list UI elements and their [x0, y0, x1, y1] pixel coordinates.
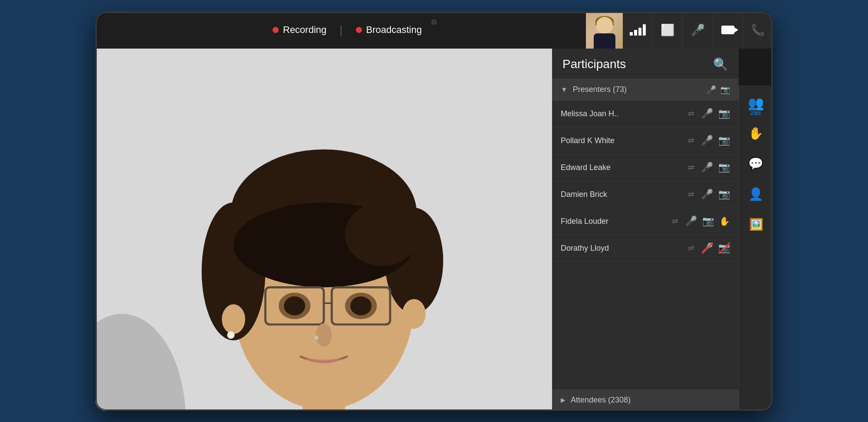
cam-icon[interactable]: 📷: [718, 189, 730, 200]
participant-row: Melissa Joan H.. ⇌ 🎤 📷: [552, 101, 739, 128]
participant-name: Edward Leake: [561, 163, 688, 172]
participant-name: Damien Brick: [561, 190, 688, 199]
microphone-button[interactable]: 🎤: [683, 12, 713, 49]
svg-point-17: [316, 323, 332, 347]
status-divider: |: [339, 23, 342, 37]
avatar-head: [596, 17, 613, 33]
svg-point-9: [345, 202, 419, 266]
pin-icon: ⇌: [672, 216, 678, 226]
attendees-chevron-icon: ▶: [561, 396, 566, 403]
mic-muted-icon[interactable]: 🎤: [701, 108, 713, 119]
attendees-section-header[interactable]: ▶ Attendees (2308): [552, 389, 739, 411]
cam-icon[interactable]: 📷: [718, 162, 730, 173]
end-call-button[interactable]: 📞: [743, 12, 773, 49]
top-bar: Recording | Broadcasting: [95, 12, 773, 49]
pin-icon: ⇌: [688, 136, 694, 145]
qa-icon: 👤: [748, 187, 763, 201]
main-content: Participants 🔍 ▼ Presenters (73) 🎤 📷 Mel…: [95, 49, 773, 411]
presenters-label: Presenters (73): [573, 85, 627, 94]
end-call-icon: 📞: [751, 23, 765, 37]
section-mic-icon: 🎤: [707, 85, 716, 95]
svg-point-15: [350, 296, 372, 315]
raise-hand-icon: ✋: [748, 126, 763, 141]
qa-button[interactable]: 👤: [743, 181, 769, 208]
cam-muted-icon[interactable]: 📷: [718, 108, 730, 119]
recording-label: Recording: [283, 24, 326, 36]
search-button[interactable]: 🔍: [713, 57, 728, 72]
video-area: [95, 49, 552, 411]
presenter-avatar[interactable]: [586, 12, 623, 49]
signal-button[interactable]: [623, 12, 653, 49]
cam-icon[interactable]: 📷: [718, 135, 730, 146]
pin-icon: ⇌: [688, 109, 694, 118]
bar-4: [643, 24, 646, 36]
participant-row: Fidela Louder ⇌ 🎤 📷 ✋: [552, 208, 739, 235]
microphone-icon: 🎤: [691, 23, 705, 37]
participant-icons: 🎤 📷: [701, 108, 730, 119]
media-button[interactable]: 🖼️: [743, 211, 769, 238]
pin-icon: ⇌: [688, 243, 694, 253]
participant-icons: 🎤 📷: [701, 189, 730, 200]
device-frame: Recording | Broadcasting: [95, 12, 773, 411]
toolbar-icons: ⬜ 🎤 📞: [586, 12, 773, 49]
pin-icon: ⇌: [688, 163, 694, 172]
participant-row: Pollard K White ⇌ 🎤 📷: [552, 128, 739, 154]
recording-status: Recording: [273, 24, 326, 36]
svg-point-20: [227, 331, 234, 338]
section-cam-icon: 📷: [720, 85, 730, 95]
svg-point-12: [284, 296, 305, 315]
chat-icon: 💬: [748, 157, 763, 171]
raise-hand-button[interactable]: ✋: [743, 120, 769, 147]
bar-2: [634, 30, 637, 36]
mic-icon[interactable]: 🎤: [701, 162, 713, 173]
pin-icon: ⇌: [688, 190, 694, 199]
cam-muted-icon[interactable]: 📷: [718, 242, 730, 254]
participant-icons: 🎤 📷: [701, 135, 730, 146]
mic-icon[interactable]: 🎤: [701, 189, 713, 200]
participant-icons: 🎤 📷: [701, 242, 730, 254]
participants-icon: 👥: [748, 95, 764, 111]
participant-name: Dorathy Lloyd: [561, 244, 688, 253]
participants-count-button[interactable]: 👥 2381: [743, 90, 769, 117]
raised-hand-icon: ✋: [719, 216, 730, 226]
participant-name: Melissa Joan H..: [561, 109, 688, 118]
participant-count-badge: 2381: [750, 111, 761, 116]
presenters-chevron-icon: ▼: [561, 86, 568, 94]
video-person-svg: [95, 49, 552, 411]
section-header-icons: 🎤 📷: [707, 85, 730, 95]
broadcasting-status: Broadcasting: [356, 24, 422, 36]
participant-icons: 🎤 📷: [701, 162, 730, 173]
svg-point-18: [314, 335, 319, 340]
camera-dot: [431, 20, 437, 25]
avatar-body: [594, 33, 615, 49]
attendees-label: Attendees (2308): [571, 396, 631, 405]
screen-share-button[interactable]: ⬜: [653, 12, 683, 49]
participants-header: Participants 🔍: [552, 49, 739, 79]
mic-icon[interactable]: 🎤: [701, 135, 713, 146]
presenters-section-header[interactable]: ▼ Presenters (73) 🎤 📷: [552, 79, 739, 101]
participant-name: Fidela Louder: [561, 217, 672, 226]
camera-button[interactable]: [713, 12, 743, 49]
participant-row: Damien Brick ⇌ 🎤 📷: [552, 181, 739, 208]
broadcasting-label: Broadcasting: [366, 24, 422, 36]
screen-share-icon: ⬜: [661, 23, 674, 37]
media-icon: 🖼️: [749, 218, 763, 231]
participant-row: Dorathy Lloyd ⇌ 🎤 📷: [552, 235, 739, 262]
svg-point-19: [222, 304, 245, 334]
participant-icons: 🎤 📷 ✋: [685, 216, 730, 227]
cam-icon[interactable]: 📷: [702, 216, 714, 227]
camera-icon: [721, 26, 734, 34]
bar-1: [630, 32, 633, 36]
mic-icon[interactable]: 🎤: [685, 216, 697, 227]
participant-row: Edward Leake ⇌ 🎤 📷: [552, 154, 739, 181]
broadcasting-dot: [356, 27, 362, 33]
svg-point-21: [402, 299, 426, 329]
signal-bars-icon: [630, 24, 646, 36]
recording-dot: [273, 27, 279, 33]
participants-title: Participants: [562, 57, 626, 71]
chat-button[interactable]: 💬: [743, 150, 769, 177]
participants-sidebar: Participants 🔍 ▼ Presenters (73) 🎤 📷 Mel…: [552, 49, 739, 411]
right-actions-panel: 👥 2381 ✋ 💬 👤 🖼️: [739, 85, 773, 411]
mic-muted-icon[interactable]: 🎤: [701, 242, 713, 254]
participant-name: Pollard K White: [561, 136, 688, 145]
